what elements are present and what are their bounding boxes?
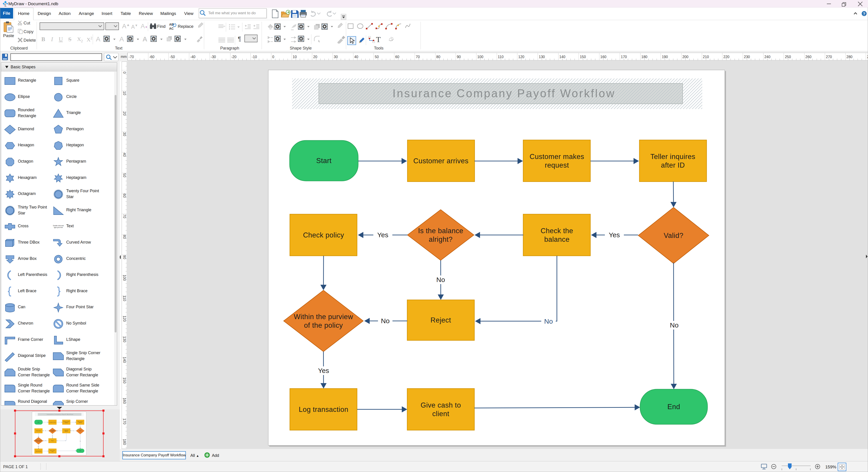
svg-text:AC: AC — [169, 27, 174, 30]
svg-text:?: ? — [863, 12, 865, 16]
svg-text:Double click and: Double click and — [53, 225, 64, 226]
svg-text:type your text: type your text — [54, 227, 63, 229]
